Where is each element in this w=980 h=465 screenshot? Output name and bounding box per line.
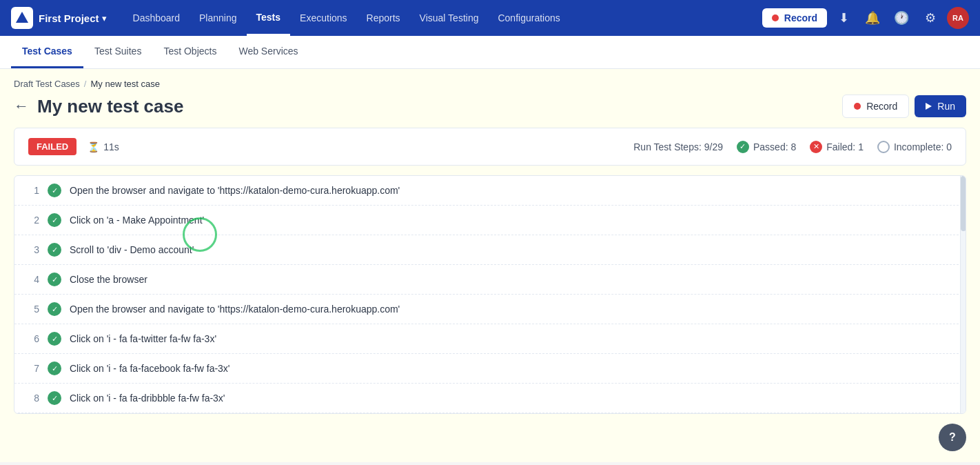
step-text: Scroll to 'div - Demo account' bbox=[70, 244, 955, 255]
record-dot-header-icon bbox=[854, 103, 861, 110]
nav-links: Dashboard Planning Tests Executions Repo… bbox=[123, 0, 762, 36]
step-text: Click on 'i - fa fa-dribbble fa-fw fa-3x… bbox=[70, 393, 955, 404]
table-row[interactable]: 4✓Close the browser bbox=[14, 265, 966, 295]
table-row[interactable]: 2✓Click on 'a - Make Appointment' bbox=[14, 206, 966, 235]
avatar[interactable]: RA bbox=[947, 7, 969, 29]
step-number: 2 bbox=[25, 215, 39, 226]
step-number: 1 bbox=[25, 185, 39, 196]
nav-link-planning[interactable]: Planning bbox=[190, 0, 247, 36]
table-row[interactable]: 6✓Click on 'i - fa fa-twitter fa-fw fa-3… bbox=[14, 324, 966, 354]
sub-nav-test-objects[interactable]: Test Objects bbox=[152, 36, 227, 68]
nav-actions: Record ⬇ 🔔 🕐 ⚙ RA bbox=[762, 6, 969, 30]
run-button[interactable]: Run bbox=[915, 95, 966, 117]
sub-nav-web-services[interactable]: Web Services bbox=[227, 36, 309, 68]
step-status-icon: ✓ bbox=[48, 362, 61, 375]
step-number: 5 bbox=[25, 304, 39, 315]
table-row[interactable]: 7✓Click on 'i - fa fa-facebook fa-fw fa-… bbox=[14, 354, 966, 384]
record-button-header[interactable]: Record bbox=[842, 95, 909, 118]
header-actions: Record Run bbox=[842, 95, 966, 118]
breadcrumb-parent-link[interactable]: Draft Test Cases bbox=[14, 79, 80, 89]
nav-link-executions[interactable]: Executions bbox=[290, 0, 356, 36]
failed-badge: FAILED bbox=[28, 138, 76, 155]
passed-label: Passed: 8 bbox=[753, 141, 796, 152]
step-status-icon: ✓ bbox=[48, 243, 61, 257]
table-row[interactable]: 8✓Click on 'i - fa fa-dribbble fa-fw fa-… bbox=[14, 384, 966, 413]
back-button[interactable]: ← bbox=[14, 97, 29, 115]
app-logo[interactable] bbox=[11, 7, 33, 29]
sub-navigation: Test Cases Test Suites Test Objects Web … bbox=[0, 36, 980, 69]
step-text: Click on 'i - fa fa-twitter fa-fw fa-3x' bbox=[70, 333, 955, 344]
breadcrumb-separator: / bbox=[84, 79, 87, 89]
steps-container: 1✓Open the browser and navigate to 'http… bbox=[14, 175, 966, 414]
table-row[interactable]: 3✓Scroll to 'div - Demo account' bbox=[14, 235, 966, 265]
step-text: Open the browser and navigate to 'https:… bbox=[70, 304, 955, 315]
table-row[interactable]: 5✓Open the browser and navigate to 'http… bbox=[14, 295, 966, 324]
passed-stat: ✓ Passed: 8 bbox=[737, 141, 796, 153]
scrollbar-thumb[interactable] bbox=[961, 176, 966, 231]
step-number: 4 bbox=[25, 274, 39, 285]
step-status-icon: ✓ bbox=[48, 302, 61, 316]
project-chevron-icon[interactable]: ▾ bbox=[102, 13, 107, 23]
time-value: 11s bbox=[103, 141, 119, 152]
record-button-nav[interactable]: Record bbox=[762, 8, 827, 28]
table-row[interactable]: 1✓Open the browser and navigate to 'http… bbox=[14, 176, 966, 206]
record-label: Record bbox=[784, 12, 817, 23]
run-test-steps-label: Run Test Steps: 9/29 bbox=[633, 141, 723, 152]
step-status-icon: ✓ bbox=[48, 391, 61, 405]
timer-icon: ⏳ bbox=[88, 141, 99, 152]
sub-nav-test-cases[interactable]: Test Cases bbox=[11, 36, 83, 68]
help-fab[interactable]: ? bbox=[939, 424, 966, 451]
step-status-icon: ✓ bbox=[48, 332, 61, 346]
nav-link-visual-testing[interactable]: Visual Testing bbox=[410, 0, 489, 36]
history-icon-btn[interactable]: 🕐 bbox=[889, 6, 914, 30]
main-content: Draft Test Cases / My new test case ← My… bbox=[0, 69, 980, 462]
nav-link-configurations[interactable]: Configurations bbox=[488, 0, 569, 36]
status-stats: Run Test Steps: 9/29 ✓ Passed: 8 ✕ Faile… bbox=[633, 141, 952, 153]
play-icon bbox=[926, 103, 932, 110]
step-text: Click on 'a - Make Appointment' bbox=[70, 215, 955, 226]
record-dot-icon bbox=[772, 14, 779, 21]
scrollbar-track[interactable] bbox=[960, 176, 966, 413]
step-number: 8 bbox=[25, 393, 39, 404]
step-text: Close the browser bbox=[70, 274, 955, 285]
step-number: 7 bbox=[25, 363, 39, 374]
step-status-icon: ✓ bbox=[48, 213, 61, 227]
run-button-label: Run bbox=[937, 101, 955, 112]
help-icon: ? bbox=[949, 431, 956, 444]
record-button-label: Record bbox=[866, 101, 897, 112]
step-number: 3 bbox=[25, 244, 39, 255]
step-status-icon: ✓ bbox=[48, 273, 61, 286]
download-icon-btn[interactable]: ⬇ bbox=[831, 6, 856, 30]
failed-icon: ✕ bbox=[810, 141, 822, 153]
nav-link-reports[interactable]: Reports bbox=[357, 0, 410, 36]
project-name[interactable]: First Project bbox=[39, 12, 99, 24]
bell-icon-btn[interactable]: 🔔 bbox=[860, 6, 885, 30]
settings-icon-btn[interactable]: ⚙ bbox=[918, 6, 943, 30]
page-header: ← My new test case Record Run bbox=[0, 89, 980, 128]
status-bar: FAILED ⏳ 11s Run Test Steps: 9/29 ✓ Pass… bbox=[14, 128, 966, 166]
breadcrumb: Draft Test Cases / My new test case bbox=[0, 69, 980, 89]
step-text: Click on 'i - fa fa-facebook fa-fw fa-3x… bbox=[70, 363, 955, 374]
passed-icon: ✓ bbox=[737, 141, 749, 153]
step-text: Open the browser and navigate to 'https:… bbox=[70, 185, 955, 196]
incomplete-stat: Incomplete: 0 bbox=[877, 141, 952, 153]
breadcrumb-current: My new test case bbox=[90, 79, 159, 89]
failed-label: Failed: 1 bbox=[826, 141, 864, 152]
step-number: 6 bbox=[25, 333, 39, 344]
page-title: My new test case bbox=[37, 96, 183, 117]
incomplete-label: Incomplete: 0 bbox=[894, 141, 952, 152]
nav-link-tests[interactable]: Tests bbox=[247, 0, 291, 36]
time-info: ⏳ 11s bbox=[88, 141, 119, 152]
sub-nav-test-suites[interactable]: Test Suites bbox=[83, 36, 152, 68]
step-status-icon: ✓ bbox=[48, 184, 61, 197]
failed-stat: ✕ Failed: 1 bbox=[810, 141, 864, 153]
incomplete-icon bbox=[877, 141, 890, 153]
nav-link-dashboard[interactable]: Dashboard bbox=[123, 0, 190, 36]
top-navigation: First Project ▾ Dashboard Planning Tests… bbox=[0, 0, 980, 36]
